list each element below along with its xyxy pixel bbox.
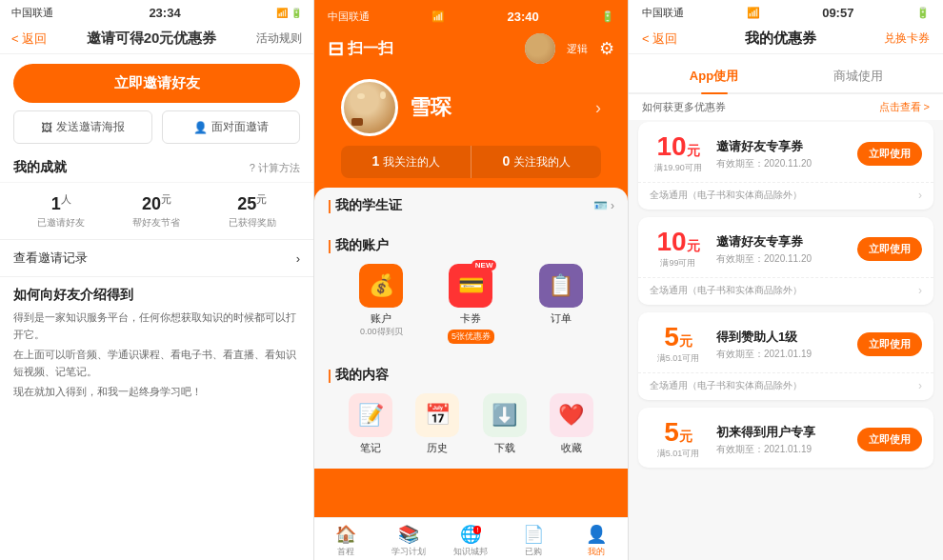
- coupon-list: 10元 满19.90可用 邀请好友专享券 有效期至：2020.11.20 立即使…: [629, 122, 943, 558]
- account-section: 我的账户 💰 账户 0.00得到贝 💳 NEW 卡券 5张优惠券: [314, 228, 628, 357]
- activity-rules-link[interactable]: 活动规则: [256, 30, 302, 47]
- content-header: 我的内容: [328, 367, 614, 384]
- achievement-section: 我的成就 ? 计算方法: [0, 153, 313, 183]
- notes-icon: 📝: [349, 393, 392, 437]
- coupon-info-4: 初来得到用户专享 有效期至：2021.01.19: [716, 424, 857, 456]
- stat-saved: 20元 帮好友节省: [109, 192, 204, 230]
- following-count[interactable]: 1 我关注的人: [341, 146, 472, 178]
- back-button-3[interactable]: < 返回: [642, 30, 677, 48]
- account-order[interactable]: 📋 订单: [539, 264, 583, 344]
- coupon-info-1: 邀请好友专享券 有效期至：2020.11.20: [716, 138, 857, 170]
- coupon-info-3: 得到赞助人1级 有效期至：2021.01.19: [716, 329, 857, 361]
- nav-purchased[interactable]: 📄 已购: [502, 524, 565, 558]
- account-balance[interactable]: 💰 账户 0.00得到贝: [359, 264, 403, 344]
- account-header: 我的账户: [328, 237, 614, 254]
- achievement-title: 我的成就: [13, 159, 67, 176]
- content-title: 我的内容: [328, 367, 389, 384]
- carrier-2: 中国联通: [328, 10, 370, 24]
- nav-bar-3: < 返回 我的优惠券 兑换卡券: [629, 24, 943, 54]
- view-record-link[interactable]: 查看邀请记录 ›: [0, 240, 313, 277]
- carrier-3: 中国联通: [642, 6, 684, 20]
- nav-home[interactable]: 🏠 首程: [314, 524, 377, 558]
- student-id-icon: 🪪 ›: [593, 199, 614, 212]
- profile-name: 雪琛: [410, 93, 595, 122]
- nav-knowledge[interactable]: 🌐 知识城邦 !: [440, 524, 503, 558]
- header-avatar[interactable]: [525, 33, 555, 64]
- coupon-footer-2: 全场通用（电子书和实体商品除外） ›: [638, 277, 933, 305]
- promo-text: 如何获更多优惠券: [642, 100, 726, 114]
- face-icon: 👤: [193, 121, 208, 134]
- balance-icon: 💰: [359, 264, 403, 308]
- nav-profile[interactable]: 👤 我的: [565, 524, 628, 558]
- redeem-link[interactable]: 兑换卡券: [884, 30, 930, 47]
- invite-friends-button[interactable]: 立即邀请好友: [13, 64, 300, 103]
- new-badge: NEW: [472, 260, 497, 270]
- follow-bar: 1 我关注的人 0 关注我的人: [341, 146, 601, 178]
- coupon-chevron-icon-2: ›: [918, 284, 922, 297]
- face-to-face-invite-button[interactable]: 👤 面对面邀请: [162, 110, 301, 144]
- panel-invite: 中国联通 23:34 📶 🔋 < 返回 邀请可得20元优惠券 活动规则 立即邀请…: [0, 0, 314, 560]
- coupon-amount-2: 10元 满99可用: [650, 229, 707, 270]
- coupon-footer-3: 全场通用（电子书和实体商品除外） ›: [638, 372, 933, 400]
- coupon-amount-3: 5元 满5.01可用: [650, 324, 707, 365]
- coupon-footer-1: 全场通用（电子书和实体商品除外） ›: [638, 182, 933, 210]
- calc-method-link[interactable]: ? 计算方法: [250, 161, 300, 175]
- use-coupon-button-3[interactable]: 立即使用: [857, 332, 922, 356]
- coupon-tabs: App使用 商城使用: [629, 54, 943, 94]
- profile-body: 我的学生证 🪪 › 我的账户 💰 账户 0.00得到贝 💳 NEW: [314, 188, 628, 469]
- settings-icon[interactable]: ⚙: [599, 38, 614, 59]
- tab-shop-use[interactable]: 商城使用: [786, 62, 930, 92]
- coupon-main-2: 10元 满99可用 邀请好友专享券 有效期至：2020.11.20 立即使用: [638, 217, 933, 277]
- page-title-3: 我的优惠券: [677, 30, 884, 48]
- purchased-icon: 📄: [502, 524, 565, 545]
- tab-app-use[interactable]: App使用: [642, 62, 786, 92]
- stats-row: 1人 已邀请好友 20元 帮好友节省 25元 已获得奖励: [0, 183, 313, 240]
- guide-title: 如何向好友介绍得到: [13, 287, 300, 304]
- profile-row[interactable]: 雪琛 ›: [328, 71, 614, 146]
- time-1: 23:34: [149, 6, 180, 20]
- carrier-1: 中国联通: [11, 6, 53, 20]
- use-coupon-button-4[interactable]: 立即使用: [857, 428, 922, 451]
- coupon-info-2: 邀请好友专享券 有效期至：2020.11.20: [716, 233, 857, 266]
- content-history[interactable]: 📅 历史: [415, 393, 459, 455]
- account-grid: 💰 账户 0.00得到贝 💳 NEW 卡券 5张优惠券 📋 订单: [328, 264, 614, 353]
- status-icons-1: 📶 🔋: [276, 8, 302, 18]
- coupon-item: 10元 满19.90可用 邀请好友专享券 有效期至：2020.11.20 立即使…: [638, 122, 933, 210]
- coupon-item: 5元 满5.01可用 得到赞助人1级 有效期至：2021.01.19 立即使用 …: [638, 312, 933, 400]
- user-tag: 逻辑: [567, 42, 588, 56]
- poster-icon: 🖼: [41, 121, 52, 134]
- nav-study-plan[interactable]: 📚 学习计划: [377, 524, 440, 558]
- profile-avatar: [341, 79, 398, 136]
- stat-earned: 25元 已获得奖励: [205, 192, 300, 230]
- student-id-row[interactable]: 我的学生证 🪪 ›: [328, 197, 614, 214]
- battery-icon-2: 🔋: [601, 10, 614, 23]
- share-poster-button[interactable]: 🖼 发送邀请海报: [13, 110, 152, 144]
- knowledge-icon: 🌐: [440, 524, 503, 545]
- coupon-main-4: 5元 满5.01可用 初来得到用户专享 有效期至：2021.01.19 立即使用: [638, 408, 933, 468]
- back-button-1[interactable]: < 返回: [11, 30, 47, 48]
- battery-3: 🔋: [916, 7, 930, 19]
- profile-chevron-icon: ›: [595, 98, 601, 118]
- content-favorites[interactable]: ❤️ 收藏: [550, 393, 593, 455]
- status-bar-2: 中国联通 📶 23:40 🔋: [328, 6, 614, 28]
- page-title-1: 邀请可得20元优惠券: [47, 30, 256, 48]
- use-coupon-button-2[interactable]: 立即使用: [857, 237, 922, 261]
- use-coupon-button-1[interactable]: 立即使用: [857, 142, 922, 166]
- study-icon: 📚: [377, 524, 440, 545]
- guide-section: 如何向好友介绍得到 得到是一家知识服务平台，任何你想获取知识的时候都可以打开它。…: [0, 277, 313, 407]
- account-coupon[interactable]: 💳 NEW 卡券 5张优惠券: [448, 264, 494, 344]
- profile-top: 中国联通 📶 23:40 🔋 ⊟ 扫一扫 逻辑 ⚙: [314, 0, 628, 178]
- favorites-icon: ❤️: [550, 393, 593, 437]
- status-bar-1: 中国联通 23:34 📶 🔋: [0, 0, 313, 24]
- panel-profile: 中国联通 📶 23:40 🔋 ⊟ 扫一扫 逻辑 ⚙: [314, 0, 629, 560]
- nav-bar-1: < 返回 邀请可得20元优惠券 活动规则: [0, 24, 313, 54]
- panel-coupons: 中国联通 📶 09:57 🔋 < 返回 我的优惠券 兑换卡券 App使用 商城使…: [629, 0, 943, 560]
- scan-button[interactable]: ⊟ 扫一扫: [328, 37, 393, 60]
- coupon-chevron-icon-3: ›: [918, 379, 922, 392]
- promo-link[interactable]: 点击查看 >: [879, 100, 930, 114]
- scan-header: ⊟ 扫一扫 逻辑 ⚙: [328, 28, 614, 71]
- followers-count[interactable]: 0 关注我的人: [472, 146, 601, 178]
- content-notes[interactable]: 📝 笔记: [349, 393, 392, 455]
- header-icons: 逻辑 ⚙: [525, 33, 614, 64]
- content-download[interactable]: ⬇️ 下载: [483, 393, 527, 455]
